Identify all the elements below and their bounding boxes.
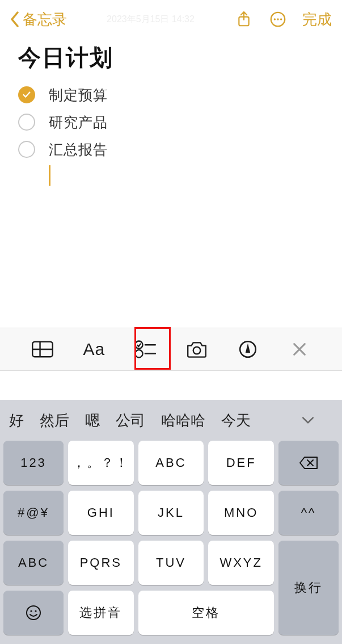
note-title[interactable]: 今日计划 (18, 42, 324, 73)
camera-button[interactable] (183, 336, 210, 363)
key-mno[interactable]: MNO (208, 491, 274, 535)
svg-point-12 (193, 347, 200, 354)
key-ghi[interactable]: GHI (68, 491, 134, 535)
checklist-item-text[interactable]: 制定预算 (49, 86, 108, 104)
checklist-item-text[interactable]: 研究产品 (49, 113, 108, 132)
key-tuv[interactable]: TUV (138, 541, 204, 585)
keyboard: 好 然后 嗯 公司 哈哈哈 今天 123 ，。？！ ABC DEF #@¥ GH… (0, 400, 342, 644)
text-cursor (49, 165, 50, 186)
key-jkl[interactable]: JKL (138, 491, 204, 535)
more-button[interactable] (268, 10, 288, 29)
checklist-bullet-checked-icon[interactable] (18, 86, 35, 103)
format-toolbar: Aa (0, 328, 342, 371)
checklist-bullet-unchecked-icon[interactable] (18, 114, 35, 131)
close-keyboard-button[interactable] (286, 336, 313, 363)
key-def[interactable]: DEF (208, 441, 274, 485)
back-button[interactable]: 备忘录 (10, 10, 67, 30)
suggestion[interactable]: 好 (9, 411, 24, 430)
markup-button[interactable] (234, 336, 261, 363)
suggestion[interactable]: 然后 (40, 411, 69, 430)
suggestion[interactable]: 哈哈哈 (161, 411, 205, 430)
svg-point-18 (27, 606, 40, 620)
back-label: 备忘录 (23, 10, 67, 30)
text-format-button[interactable]: Aa (81, 336, 108, 363)
done-button[interactable]: 完成 (302, 10, 332, 30)
key-select-pinyin[interactable]: 选拼音 (68, 591, 134, 635)
key-abc[interactable]: ABC (138, 441, 204, 485)
collapse-suggestions-button[interactable] (299, 411, 317, 429)
checklist-bullet-unchecked-icon[interactable] (18, 141, 35, 158)
key-kaomoji[interactable]: ^^ (278, 491, 339, 535)
checklist-item[interactable]: 汇总报告 (18, 136, 324, 163)
note-content[interactable]: 今日计划 制定预算 研究产品 汇总报告 (0, 39, 342, 186)
key-emoji[interactable] (3, 591, 64, 635)
note-timestamp: 2023年5月15日 14:32 (67, 14, 234, 26)
svg-point-2 (274, 18, 276, 20)
svg-point-4 (280, 18, 282, 20)
key-space[interactable]: 空格 (138, 591, 274, 635)
nav-bar: 备忘录 2023年5月15日 14:32 完成 (0, 0, 342, 39)
svg-point-3 (277, 18, 278, 20)
checklist-item[interactable]: 研究产品 (18, 108, 324, 136)
key-numbers[interactable]: 123 (3, 441, 64, 485)
checklist-item[interactable]: 制定预算 (18, 81, 324, 108)
suggestion[interactable]: 公司 (116, 411, 145, 430)
highlight-box (134, 327, 171, 370)
suggestion[interactable]: 今天 (221, 411, 250, 430)
suggestion[interactable]: 嗯 (85, 411, 100, 430)
chevron-left-icon (10, 11, 19, 27)
share-button[interactable] (234, 10, 254, 29)
key-symbols[interactable]: #@¥ (3, 491, 64, 535)
suggestion-bar: 好 然后 嗯 公司 哈哈哈 今天 (0, 400, 342, 441)
svg-point-19 (30, 610, 32, 612)
key-pqrs[interactable]: PQRS (68, 541, 134, 585)
checklist-item-text[interactable]: 汇总报告 (49, 140, 108, 159)
key-abc-mode[interactable]: ABC (3, 541, 64, 585)
key-backspace[interactable] (278, 441, 339, 485)
key-punct[interactable]: ，。？！ (68, 441, 134, 485)
key-return[interactable]: 换行 (278, 541, 339, 635)
svg-point-20 (35, 610, 36, 612)
key-wxyz[interactable]: WXYZ (208, 541, 274, 585)
table-button[interactable] (29, 336, 56, 363)
